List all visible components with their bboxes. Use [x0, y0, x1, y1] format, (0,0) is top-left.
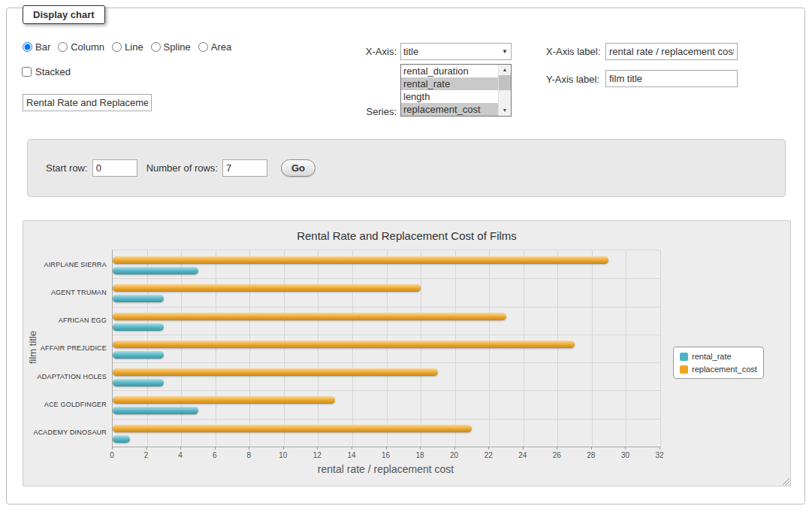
bar-replacement_cost [113, 284, 421, 292]
chart-type-option-bar[interactable]: Bar [23, 41, 50, 53]
chart-type-label: Area [211, 41, 231, 53]
legend-item-rental_rate[interactable]: rental_rate [680, 352, 757, 361]
category-label: AIRPLANE SIERRA [44, 261, 107, 268]
panel-title: Display chart [23, 5, 105, 24]
category-label: ACADEMY DINOSAUR [33, 429, 107, 436]
chart-type-radio-column[interactable] [58, 42, 68, 52]
tick-mark [660, 447, 660, 450]
series-option-replacement_cost[interactable]: replacement_cost [401, 103, 498, 116]
chart-type-label: Column [71, 41, 104, 53]
bar-replacement_cost [113, 396, 335, 404]
chart-type-option-area[interactable]: Area [198, 41, 231, 53]
bar-rental_rate [113, 295, 164, 302]
chart-category-row: AFFAIR PREJUDICE [113, 335, 660, 362]
legend-label: rental_rate [692, 352, 732, 361]
bar-replacement_cost [113, 368, 438, 376]
plot-area: AIRPLANE SIERRAAGENT TRUMANAFRICAN EGGAF… [112, 250, 660, 447]
legend-item-replacement_cost[interactable]: replacement_cost [680, 365, 757, 374]
bar-replacement_cost [113, 425, 472, 432]
tick-mark [591, 447, 592, 450]
bar-replacement_cost [113, 313, 506, 320]
series-label: Series: [323, 106, 397, 117]
tick-label: 16 [382, 451, 390, 459]
tick-label: 4 [178, 451, 183, 459]
y-axis-title: film title [27, 331, 38, 364]
series-listbox[interactable]: rental_durationrental_ratelengthreplacem… [400, 64, 512, 117]
legend-label: replacement_cost [692, 365, 757, 374]
tick-mark [386, 447, 387, 450]
stacked-label: Stacked [35, 66, 71, 77]
stacked-checkbox[interactable] [22, 67, 32, 77]
start-row-input[interactable] [92, 159, 137, 177]
tick-label: 8 [246, 451, 251, 459]
x-axis-label-label: X-Axis label: [546, 46, 600, 57]
tick-mark [523, 447, 524, 450]
tick-label: 18 [416, 451, 424, 459]
chart-type-option-line[interactable]: Line [112, 41, 143, 53]
tick-label: 30 [621, 451, 629, 459]
x-axis-select-wrap: title ▼ [400, 43, 512, 60]
category-label: AFRICAN EGG [59, 317, 107, 324]
chart-type-radio-area[interactable] [198, 42, 208, 52]
chart-category-row: ACE GOLDFINGER [113, 390, 660, 418]
tick-label: 26 [553, 451, 561, 459]
chart-type-option-spline[interactable]: Spline [151, 41, 191, 53]
resize-handle-icon[interactable] [780, 476, 789, 485]
scrollbar-thumb[interactable] [499, 75, 511, 90]
tick-mark [454, 447, 455, 450]
x-axis-label-input[interactable] [605, 43, 738, 60]
chart-type-option-column[interactable]: Column [58, 41, 104, 53]
chart-type-label: Bar [35, 41, 50, 53]
tick-mark [112, 447, 113, 450]
tick-label: 24 [518, 451, 527, 459]
page: Display chart BarColumnLineSplineArea St… [0, 0, 812, 512]
chart-type-radio-spline[interactable] [151, 42, 161, 52]
tick-label: 10 [279, 451, 287, 459]
chart-type-radio-line[interactable] [112, 42, 122, 52]
series-option-rental_rate[interactable]: rental_rate [401, 77, 498, 90]
tick-mark [420, 447, 421, 450]
bar-rental_rate [113, 379, 164, 386]
bar-rental_rate [113, 323, 164, 331]
tick-mark [146, 447, 147, 450]
chart-type-radio-group: BarColumnLineSplineArea [23, 41, 239, 55]
tick-label: 0 [110, 451, 114, 459]
go-button[interactable]: Go [281, 159, 315, 177]
chart-category-row: ACADEMY DINOSAUR [113, 419, 660, 447]
series-option-rental_duration[interactable]: rental_duration [401, 65, 498, 77]
series-listbox-scrollbar[interactable]: ▲ ▼ [498, 65, 511, 116]
chart-category-row: AGENT TRUMAN [113, 278, 660, 306]
tick-mark [215, 447, 216, 450]
legend-swatch-icon [680, 365, 688, 374]
tick-mark [249, 447, 249, 450]
stacked-option[interactable]: Stacked [22, 66, 71, 77]
chart-panel: Rental Rate and Replacement Cost of Film… [23, 220, 791, 486]
bar-rental_rate [113, 407, 198, 414]
tick-mark [180, 447, 181, 450]
chart-title-input[interactable] [23, 94, 152, 111]
series-option-length[interactable]: length [401, 90, 498, 103]
chart-type-radio-bar[interactable] [23, 42, 32, 52]
legend-swatch-icon [680, 353, 688, 361]
x-axis-ticks: 02468101214161820222426283032 [112, 447, 660, 460]
tick-mark [352, 447, 352, 450]
y-axis-label-input[interactable] [605, 70, 738, 87]
tick-mark [625, 447, 626, 450]
number-of-rows-input[interactable] [222, 159, 267, 177]
row-controls-panel: Start row: Number of rows: Go [27, 139, 786, 197]
category-label: AFFAIR PREJUDICE [41, 344, 107, 352]
tick-mark [488, 447, 489, 450]
start-row-label: Start row: [46, 162, 88, 174]
row-controls-row: Start row: Number of rows: Go [46, 140, 315, 196]
scrollbar-track [499, 90, 511, 105]
tick-label: 12 [313, 451, 321, 459]
x-axis-select-label: X-Axis: [323, 46, 397, 57]
x-axis-select[interactable]: title [400, 43, 512, 60]
bar-replacement_cost [113, 256, 608, 264]
scroll-up-icon[interactable]: ▲ [499, 65, 511, 75]
x-gridline [660, 250, 661, 447]
number-of-rows-label: Number of rows: [146, 162, 218, 174]
scroll-down-icon[interactable]: ▼ [499, 105, 511, 116]
bar-replacement_cost [113, 341, 575, 348]
tick-label: 20 [450, 451, 458, 459]
